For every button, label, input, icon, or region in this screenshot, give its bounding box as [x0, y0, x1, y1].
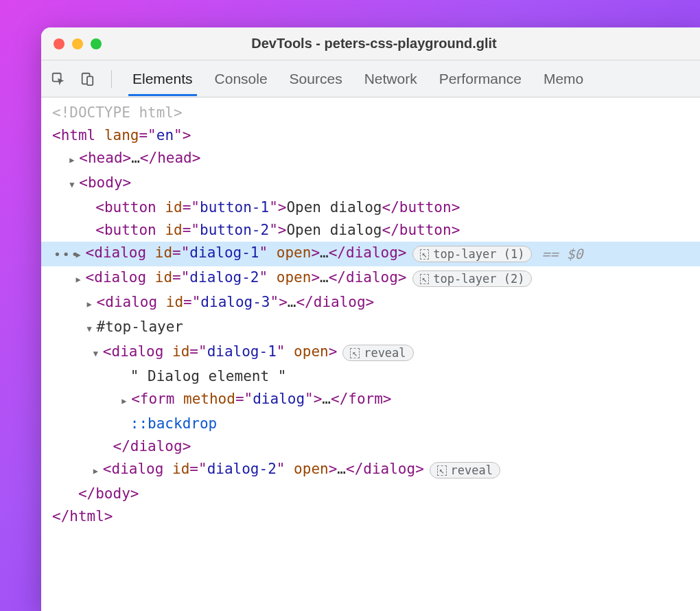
more-icon[interactable]: ••• — [54, 243, 80, 266]
chevron-right-icon[interactable] — [76, 266, 86, 291]
link-icon: ↖ — [420, 249, 430, 260]
dom-backdrop[interactable]: ::backdrop — [41, 413, 700, 435]
svg-rect-2 — [87, 76, 93, 85]
reveal-badge-2[interactable]: ↖reveal — [430, 462, 500, 479]
tab-network[interactable]: Network — [360, 62, 421, 96]
dom-dialog-text[interactable]: " Dialog element " — [41, 365, 700, 388]
devtools-window: DevTools - peters-css-playground.glit El… — [41, 27, 700, 611]
devtools-tabbar: Elements Console Sources Network Perform… — [41, 60, 700, 97]
device-toolbar-icon[interactable] — [80, 71, 95, 87]
chevron-right-icon[interactable] — [87, 291, 97, 316]
tab-elements[interactable]: Elements — [128, 62, 197, 96]
elements-panel[interactable]: <!DOCTYPE html> <html lang="en"> <head>…… — [41, 97, 700, 611]
dom-head[interactable]: <head>…</head> — [41, 147, 700, 172]
top-layer-badge-2[interactable]: ↖top-layer (2) — [412, 270, 533, 287]
dom-top-layer[interactable]: #top-layer — [41, 316, 700, 341]
chevron-right-icon[interactable] — [69, 147, 79, 172]
dom-form[interactable]: <form method="dialog">…</form> — [41, 388, 700, 413]
top-layer-badge-1[interactable]: ↖top-layer (1) — [412, 246, 533, 262]
chevron-down-icon[interactable] — [69, 172, 79, 196]
separator — [111, 70, 112, 88]
dom-body-open[interactable]: <body> — [41, 172, 700, 196]
dom-html-close[interactable]: </html> — [41, 505, 700, 528]
link-icon: ↖ — [437, 465, 447, 476]
window-title: DevTools - peters-css-playground.glit — [60, 36, 688, 51]
dom-tl-dialog-1-open[interactable]: <dialog id="dialog-1" open> ↖reveal — [41, 341, 700, 365]
dom-doctype[interactable]: <!DOCTYPE html> — [41, 102, 700, 124]
eq-zero-label: == $0 — [541, 243, 583, 266]
dom-html-open[interactable]: <html lang="en"> — [41, 124, 700, 147]
window-titlebar: DevTools - peters-css-playground.glit — [41, 27, 700, 60]
tab-performance[interactable]: Performance — [435, 62, 526, 96]
dom-dialog-3[interactable]: <dialog id="dialog-3">…</dialog> — [41, 291, 700, 316]
dom-body-close[interactable]: </body> — [41, 483, 700, 505]
dom-tl-dialog-2[interactable]: <dialog id="dialog-2" open>…</dialog> ↖r… — [41, 458, 700, 483]
link-icon: ↖ — [350, 348, 360, 358]
reveal-badge[interactable]: ↖reveal — [342, 345, 413, 361]
dom-button-1[interactable]: <button id="button-1">Open dialog</butto… — [41, 196, 700, 219]
dom-dialog-2[interactable]: <dialog id="dialog-2" open>…</dialog> ↖t… — [41, 266, 700, 291]
chevron-down-icon[interactable] — [93, 341, 103, 365]
chevron-down-icon[interactable] — [87, 316, 97, 341]
tab-memory[interactable]: Memo — [539, 62, 587, 96]
tab-console[interactable]: Console — [211, 62, 272, 96]
dom-dialog-close[interactable]: </dialog> — [41, 435, 700, 458]
tab-sources[interactable]: Sources — [285, 62, 347, 96]
chevron-right-icon[interactable] — [93, 458, 103, 483]
chevron-right-icon[interactable] — [121, 388, 131, 413]
link-icon: ↖ — [420, 274, 430, 284]
dom-dialog-1-selected[interactable]: ••• <dialog id="dialog-1" open>…</dialog… — [41, 242, 700, 266]
inspect-icon[interactable] — [51, 71, 66, 87]
dom-button-2[interactable]: <button id="button-2">Open dialog</butto… — [41, 219, 700, 242]
